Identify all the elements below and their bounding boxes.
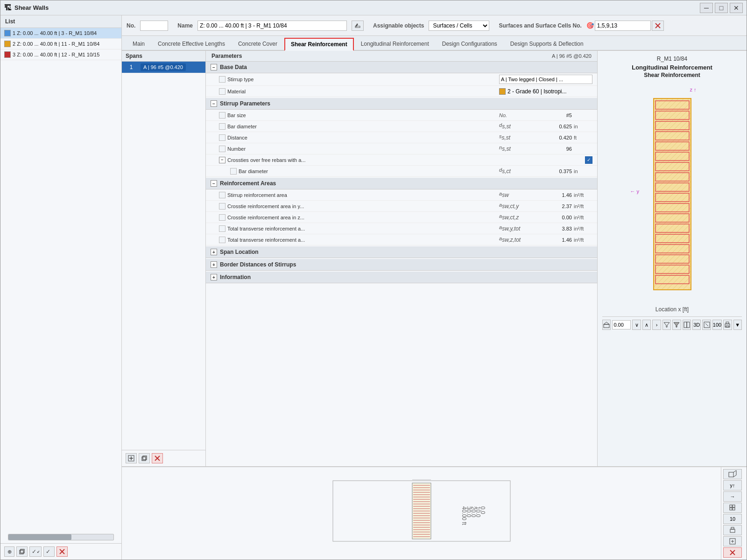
section-information-header[interactable]: + Information (206, 272, 597, 283)
spans-panel: Spans 1 A | 96 #5 @0.420 (122, 51, 206, 466)
bar-diameter-ct-value: 0.375 (532, 168, 574, 174)
span-add-button[interactable] (126, 453, 137, 463)
bottom-tool-close[interactable] (723, 547, 742, 558)
filter2-button[interactable] (672, 320, 681, 330)
section-stirrup-params-header[interactable]: − Stirrup Parameters (206, 98, 597, 110)
num-button[interactable]: 100 (712, 320, 722, 330)
loc-down-button[interactable]: ∨ (632, 320, 641, 330)
span-copy-button[interactable] (139, 453, 150, 463)
param-material: Material 2 - Grade 60 | Isotropi... (206, 86, 597, 97)
maximize-button[interactable]: □ (715, 3, 728, 13)
minimize-button[interactable]: ─ (700, 3, 713, 13)
sidebar-copy-button[interactable] (16, 546, 28, 557)
print-button[interactable] (723, 320, 732, 330)
svg-line-47 (705, 323, 708, 326)
section-base-data-header[interactable]: − Base Data (206, 62, 597, 73)
name-label: Name (177, 22, 193, 29)
view-toggle-button[interactable] (683, 320, 691, 330)
bottom-tool-print[interactable] (723, 525, 742, 535)
sidebar-item-3[interactable]: 3 Z: 0.00 ... 40.00 ft | 12 - R_M1 10/15 (0, 49, 121, 60)
loc-up-button[interactable]: ∧ (642, 320, 651, 330)
sidebar-delete-button[interactable] (56, 546, 68, 557)
sidebar-add-button[interactable]: ⊕ (4, 546, 14, 557)
sidebar-check-button[interactable]: ✓ (43, 546, 55, 557)
section-reinf-areas-header[interactable]: − Reinforcement Areas (206, 178, 597, 189)
section-border-distances-header[interactable]: + Border Distances of Stirrups (206, 259, 597, 271)
tab-main[interactable]: Main (127, 38, 151, 50)
section-span-location-toggle[interactable]: + (211, 249, 217, 255)
fit-icon (704, 322, 710, 328)
close-surfaces-icon (655, 22, 661, 29)
svg-rect-86 (730, 505, 732, 507)
span-row-1[interactable]: 1 A | 96 #5 @0.420 (122, 62, 205, 73)
tab-design-supports[interactable]: Design Supports & Deflection (504, 38, 590, 50)
tab-longitudinal-reinforcement[interactable]: Longitudinal Reinforcement (355, 38, 435, 50)
tab-concrete-effective[interactable]: Concrete Effective Lengths (152, 38, 231, 50)
sidebar-item-2[interactable]: 2 Z: 0.00 ... 40.00 ft | 11 - R_M1 10/84 (0, 39, 121, 49)
crossties-toggle[interactable]: − (219, 157, 226, 163)
surfaces-input[interactable] (595, 21, 651, 31)
app-icon: 🏗 (4, 4, 12, 12)
assignable-select[interactable]: Surfaces / Cells (429, 21, 489, 31)
bottom-tool-num[interactable]: 10 (723, 514, 742, 524)
surfaces-clear-button[interactable] (652, 21, 664, 31)
svg-text:0.0: 0.0 (479, 506, 486, 514)
viz-tool-home[interactable] (602, 320, 611, 330)
tab-design-configurations[interactable]: Design Configurations (436, 38, 503, 50)
material-label: Material (227, 89, 466, 94)
svg-text:✓: ✓ (46, 548, 50, 555)
tab-shear-reinforcement[interactable]: Shear Reinforcement (284, 38, 354, 51)
bottom-tool-arrow[interactable]: → (723, 491, 742, 502)
section-base-data-toggle[interactable]: − (211, 64, 217, 70)
location-x-input[interactable] (612, 320, 631, 329)
section-span-location-header[interactable]: + Span Location (206, 246, 597, 258)
y-axis-label: ← y (630, 189, 640, 194)
wall-elevation-svg: 40.00 ft 30.0 20.0 10.0 0.0 (305, 476, 538, 551)
name-input[interactable] (197, 21, 347, 31)
section-information-toggle[interactable]: + (211, 274, 217, 280)
tabs: Main Concrete Effective Lengths Concrete… (122, 36, 747, 51)
svg-line-84 (733, 475, 736, 477)
section-stirrup-params-toggle[interactable]: − (211, 100, 217, 107)
filter-button[interactable] (662, 320, 671, 330)
viz-subtitle: Shear Reinforcement (644, 72, 700, 78)
bottom-tool-grid[interactable] (723, 503, 742, 513)
param-asw-ct-y: Crosstie reinforcement area in y... asw,… (206, 201, 597, 212)
stirrup-type-input[interactable] (499, 75, 592, 84)
window-title: Shear Walls (14, 4, 49, 11)
asw-ct-y-label: Crosstie reinforcement area in y... (227, 203, 499, 209)
param-asw-z-tot: Total transverse reinforcement a... asw,… (206, 234, 597, 245)
loc-right-button[interactable]: › (652, 320, 661, 330)
tab-concrete-cover[interactable]: Concrete Cover (232, 38, 283, 50)
section-border-distances-toggle[interactable]: + (211, 261, 217, 268)
add-span-icon (128, 455, 134, 462)
param-asw-y-tot: Total transverse reinforcement a... asw,… (206, 223, 597, 234)
bar-diameter-st-label: Bar diameter (227, 124, 499, 129)
asw-y-tot-unit: in²/ft (574, 226, 592, 231)
sidebar-item-label-1: 1 Z: 0.00 ... 40.00 ft | 3 - R_M1 10/84 (13, 30, 97, 36)
no-input[interactable] (140, 21, 168, 31)
home-view-icon (603, 322, 610, 328)
bar-diameter-st-unit: in (574, 124, 592, 129)
sidebar-item-1[interactable]: 1 Z: 0.00 ... 40.00 ft | 3 - R_M1 10/84 (0, 28, 121, 39)
close-button[interactable]: ✕ (730, 3, 743, 13)
section-reinf-areas-toggle[interactable]: − (211, 180, 217, 187)
section-base-data: − Base Data Stirrup type (206, 62, 597, 97)
bottom-tool-y[interactable]: y↑ (723, 480, 742, 490)
fit-button[interactable] (702, 320, 711, 330)
sidebar-scrollbar[interactable] (8, 534, 114, 540)
sidebar-checkall-button[interactable]: ✓✓ (29, 546, 42, 557)
rm-label: R_M1 10/84 (657, 56, 687, 62)
more-button[interactable]: ▼ (733, 320, 742, 330)
section-base-data-body: Stirrup type Material 2 - Grade (206, 73, 597, 97)
bottom-tool-1[interactable] (723, 469, 742, 479)
span-delete-button[interactable] (152, 453, 163, 463)
bottom-tool-export[interactable] (723, 536, 742, 546)
crossties-checkbox[interactable]: ✓ (585, 156, 592, 164)
spans-title: Spans (126, 53, 142, 59)
location-label: Location x [ft] (655, 306, 689, 313)
3d-button[interactable]: 3D (692, 320, 701, 330)
svg-rect-14 (143, 456, 147, 460)
param-crossties: − Crossties over free rebars with a... ✓ (206, 154, 597, 166)
name-edit-button[interactable] (352, 21, 364, 31)
